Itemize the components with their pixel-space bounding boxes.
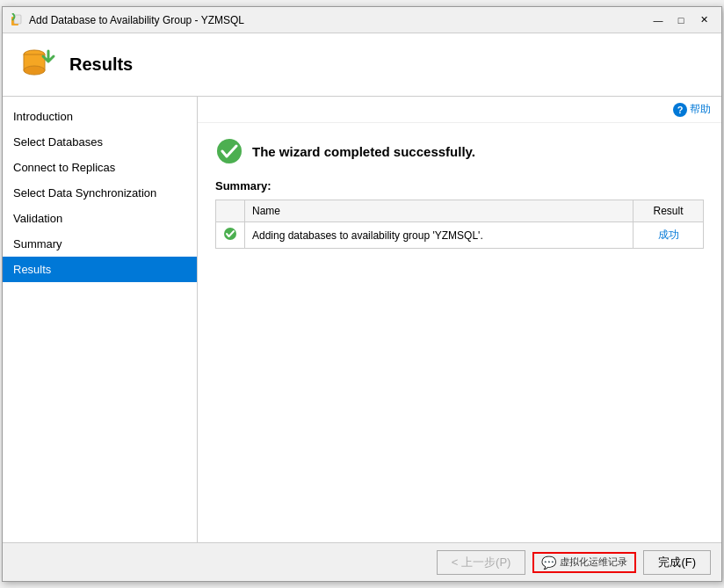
row-result[interactable]: 成功 — [634, 222, 704, 249]
svg-point-5 — [217, 139, 242, 163]
wechat-widget: 💬 虚拟化运维记录 — [532, 552, 636, 573]
page-header: Results — [3, 33, 721, 97]
sidebar: Introduction Select Databases Connect to… — [3, 97, 198, 542]
col-header-icon — [216, 200, 245, 222]
header-icon — [17, 44, 59, 86]
success-text: The wizard completed successfully. — [252, 144, 475, 159]
app-icon — [10, 13, 24, 27]
sidebar-item-validation[interactable]: Validation — [3, 206, 197, 231]
finish-button[interactable]: 完成(F) — [643, 550, 711, 575]
svg-point-4 — [24, 66, 45, 75]
body: Introduction Select Databases Connect to… — [3, 97, 721, 542]
sidebar-item-summary[interactable]: Summary — [3, 231, 197, 257]
help-bar: ? 帮助 — [198, 97, 721, 123]
main-content: The wizard completed successfully. Summa… — [198, 123, 721, 542]
back-button[interactable]: < 上一步(P) — [437, 550, 526, 575]
sidebar-item-introduction[interactable]: Introduction — [3, 104, 197, 129]
wechat-icon: 💬 — [541, 555, 556, 570]
titlebar-buttons: — □ ✕ — [648, 11, 714, 29]
window-title: Add Database to Availability Group - YZM… — [29, 14, 648, 26]
main-panel: ? 帮助 The wizard completed successfully. — [198, 97, 721, 542]
help-link[interactable]: ? 帮助 — [673, 102, 711, 117]
success-header: The wizard completed successfully. — [215, 137, 704, 165]
sidebar-item-results[interactable]: Results — [3, 257, 197, 282]
page-title: Results — [69, 54, 133, 75]
wechat-label: 虚拟化运维记录 — [560, 555, 627, 569]
sidebar-item-select-databases[interactable]: Select Databases — [3, 129, 197, 155]
col-header-result: Result — [634, 200, 704, 222]
close-button[interactable]: ✕ — [693, 11, 714, 29]
minimize-button[interactable]: — — [648, 11, 669, 29]
success-icon — [215, 137, 243, 165]
row-icon — [216, 222, 245, 249]
sidebar-item-connect-replicas[interactable]: Connect to Replicas — [3, 155, 197, 180]
result-link[interactable]: 成功 — [658, 229, 679, 241]
results-table: Name Result Adding dat — [215, 200, 704, 249]
footer: < 上一步(P) 💬 虚拟化运维记录 完成(F) — [3, 542, 721, 581]
maximize-button[interactable]: □ — [670, 11, 691, 29]
col-header-name: Name — [245, 200, 634, 222]
help-circle-icon: ? — [673, 103, 687, 117]
titlebar: Add Database to Availability Group - YZM… — [3, 7, 721, 33]
table-row: Adding databases to availability group '… — [216, 222, 704, 249]
summary-label: Summary: — [215, 179, 704, 192]
main-window: Add Database to Availability Group - YZM… — [2, 6, 722, 582]
row-name: Adding databases to availability group '… — [245, 222, 634, 249]
sidebar-item-select-data-sync[interactable]: Select Data Synchronization — [3, 180, 197, 206]
help-label: 帮助 — [690, 102, 711, 117]
